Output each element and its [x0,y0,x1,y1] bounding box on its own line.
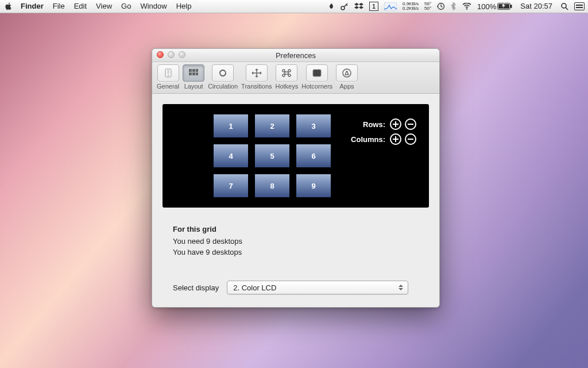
command-icon [281,68,292,78]
window-content: 1 2 3 4 5 6 7 8 9 Rows: [152,94,439,307]
svg-rect-12 [192,69,195,72]
menu-view[interactable]: View [91,0,117,13]
clock[interactable]: Sat 20:57 [518,0,555,13]
svg-rect-14 [189,72,192,75]
window-title: Preferences [276,51,316,60]
desktop-grid: 1 2 3 4 5 6 7 8 9 [213,114,331,198]
grid-info-have: You have 9 desktops [173,248,429,256]
notification-center-icon[interactable] [574,0,585,13]
columns-decrease-button[interactable] [405,133,416,145]
tab-hotcorners[interactable]: Hotcorners [300,64,334,90]
spotlight-icon[interactable] [560,0,568,13]
grid-cell[interactable]: 4 [213,144,249,168]
switch-icon [163,68,174,78]
app-store-icon [341,68,353,78]
battery-icon [497,3,512,10]
menu-file[interactable]: File [48,0,69,13]
grid-cell[interactable]: 5 [254,144,290,168]
rows-increase-button[interactable] [390,118,401,130]
grid-cell[interactable]: 2 [254,114,290,138]
display-select-row: Select display 2. Color LCD [163,281,429,294]
display-select-label: Select display [173,283,219,292]
temperature: 58°50° [424,2,431,11]
svg-point-10 [167,75,168,76]
dropbox-icon[interactable] [354,0,363,13]
flame-icon[interactable] [328,0,335,13]
svg-rect-16 [196,72,198,75]
grid-cell[interactable]: 9 [296,174,331,198]
tab-circulation[interactable]: Circulation [207,64,239,90]
network-speed: 0.9KB/s0.2KB/s [403,2,419,11]
grid-cell[interactable]: 1 [213,114,249,138]
display-select-value: 2. Color LCD [233,283,276,292]
grid-panel: 1 2 3 4 5 6 7 8 9 Rows: [163,104,429,208]
menu-help[interactable]: Help [172,0,196,13]
tab-transitions[interactable]: Transitions [240,64,273,90]
desktop: Finder File Edit View Go Window Help 1 0… [0,0,588,368]
tab-layout[interactable]: Layout [181,64,206,90]
svg-rect-13 [196,69,198,72]
display-select[interactable]: 2. Color LCD [227,281,408,294]
titlebar[interactable]: Preferences [152,49,439,62]
svg-rect-1 [384,2,397,10]
tab-apps[interactable]: Apps [335,64,359,90]
bluetooth-icon[interactable] [451,0,457,13]
menu-window[interactable]: Window [136,0,171,13]
svg-rect-15 [192,72,195,75]
key-icon[interactable] [341,0,349,13]
close-button[interactable] [157,51,164,58]
loop-icon [217,68,229,78]
columns-increase-button[interactable] [390,133,401,145]
grid-cell[interactable]: 7 [213,174,249,198]
battery-pct: 100% [477,2,496,11]
menu-edit[interactable]: Edit [69,0,91,13]
grid-info: For this grid You need 9 desktops You ha… [163,225,429,256]
toolbar: General Layout Circulation Transitions H… [152,62,439,94]
svg-point-7 [562,3,566,8]
grid-cell[interactable]: 3 [296,114,331,138]
move-arrows-icon [251,68,262,78]
svg-rect-11 [189,69,192,72]
time-machine-icon[interactable] [437,0,445,13]
grid-icon [188,68,199,78]
badge-icon[interactable]: 1 [369,2,378,11]
tab-hotkeys[interactable]: Hotkeys [274,64,300,90]
zoom-button[interactable] [179,51,185,58]
rows-decrease-button[interactable] [405,118,416,130]
svg-rect-17 [313,70,321,76]
activity-graph-icon[interactable] [384,0,397,13]
up-down-arrows-icon [396,282,405,293]
preferences-window: Preferences General Layout Circulation T… [152,48,440,308]
menu-go[interactable]: Go [117,0,136,13]
wifi-icon[interactable] [462,0,471,13]
app-name[interactable]: Finder [16,0,48,13]
minimize-button[interactable] [168,51,175,58]
grid-info-heading: For this grid [173,225,429,233]
columns-label: Columns: [351,135,385,144]
rows-label: Rows: [363,120,385,129]
svg-rect-9 [167,70,169,74]
svg-rect-5 [510,5,512,8]
tab-general[interactable]: General [156,64,180,90]
grid-controls: Rows: Columns: [351,117,416,147]
battery-status[interactable]: 100% [477,2,512,11]
menubar: Finder File Edit View Go Window Help 1 0… [0,0,588,13]
grid-cell[interactable]: 8 [254,174,290,198]
svg-point-3 [466,8,467,9]
apple-menu[interactable] [0,0,16,13]
grid-cell[interactable]: 6 [296,144,331,168]
grid-info-need: You need 9 desktops [173,237,429,246]
svg-point-18 [343,69,351,77]
screen-corner-icon [311,68,323,78]
